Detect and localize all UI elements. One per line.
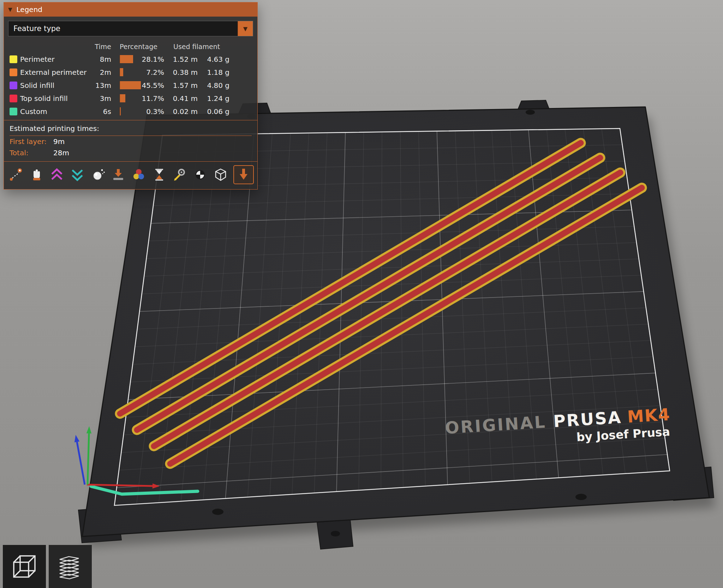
feature-swatch (10, 95, 17, 102)
feature-row[interactable]: Custom 6s 0.3% 0.02 m 0.06 g (10, 105, 252, 118)
feature-label: Custom (20, 107, 88, 116)
first-layer-label: First layer: (10, 137, 53, 146)
pause-prints-icon[interactable] (151, 167, 167, 182)
feature-time: 13m (88, 81, 111, 90)
feature-weight: 0.06 g (198, 107, 229, 116)
custom-gcode-icon[interactable] (172, 167, 187, 182)
legend-toggles-row (4, 162, 257, 189)
feature-percent: 7.2% (146, 68, 164, 77)
feature-bar (120, 94, 125, 102)
feature-percent: 11.7% (142, 94, 164, 103)
feature-row[interactable]: Top solid infill 3m 11.7% 0.41 m 1.24 g (10, 92, 252, 105)
feature-length: 1.52 m (164, 55, 198, 64)
seams-icon[interactable] (90, 167, 106, 182)
first-layer-value: 9m (53, 137, 65, 146)
feature-percent: 0.3% (146, 107, 164, 116)
collapse-caret-icon: ▼ (8, 7, 12, 12)
feature-table: Time Percentage Used filament Perimeter … (4, 41, 257, 120)
feature-weight: 4.80 g (198, 81, 229, 90)
feature-time: 2m (88, 68, 111, 77)
shells-icon[interactable] (213, 167, 228, 182)
total-time-value: 28m (53, 149, 69, 157)
feature-time: 8m (88, 55, 111, 64)
feature-bar (120, 55, 133, 63)
feature-swatch (10, 108, 17, 115)
feature-weight: 1.24 g (198, 94, 229, 103)
feature-length: 0.38 m (164, 68, 198, 77)
feature-table-header: Time Percentage Used filament (10, 41, 252, 53)
feature-weight: 1.18 g (198, 68, 229, 77)
travel-icon[interactable] (8, 167, 24, 182)
legend-header[interactable]: ▼ Legend (4, 2, 257, 17)
feature-swatch (10, 82, 17, 89)
feature-bar (120, 68, 123, 76)
preview-view-button[interactable] (49, 545, 92, 588)
color-changes-icon[interactable] (131, 167, 147, 182)
gcode-preview-stage: ORIGINALPRUSAMK4 by Josef Prusa ▼ Legend… (0, 0, 723, 588)
feature-row[interactable]: Perimeter 8m 28.1% 1.52 m 4.63 g (10, 53, 252, 66)
feature-swatch (10, 55, 17, 63)
cube-icon (10, 552, 39, 581)
feature-length: 0.41 m (164, 94, 198, 103)
feature-label: Perimeter (20, 55, 88, 64)
total-time-label: Total: (10, 149, 53, 157)
feature-bar (120, 107, 121, 115)
tool-marker-toggle[interactable] (233, 165, 254, 184)
total-time-row: Total: 28m (10, 147, 252, 158)
feature-length: 0.02 m (164, 107, 198, 116)
feature-row[interactable]: External perimeter 2m 7.2% 0.38 m 1.18 g (10, 66, 252, 79)
retractions-icon[interactable] (49, 167, 65, 182)
estimated-times-heading: Estimated printing times: (10, 122, 252, 136)
feature-bar (120, 81, 141, 89)
tool-changes-icon[interactable] (110, 167, 126, 182)
dropdown-caret-icon[interactable]: ▼ (238, 21, 253, 36)
legend-title: Legend (17, 5, 42, 14)
feature-weight: 4.63 g (198, 55, 229, 64)
feature-type-dropdown[interactable]: Feature type ▼ (8, 21, 253, 36)
layers-icon (55, 552, 85, 581)
col-time: Time (88, 43, 111, 50)
feature-length: 1.57 m (164, 81, 198, 90)
col-used-filament: Used filament (164, 43, 229, 50)
feature-swatch (10, 68, 17, 76)
feature-percent: 45.5% (142, 81, 164, 90)
feature-row[interactable]: Solid infill 13m 45.5% 1.57 m 4.80 g (10, 79, 252, 92)
estimated-times-section: Estimated printing times: First layer: 9… (4, 120, 257, 161)
feature-label: External perimeter (20, 68, 88, 77)
first-layer-row: First layer: 9m (10, 136, 252, 147)
feature-percent: 28.1% (142, 55, 164, 64)
feature-time: 6s (88, 107, 111, 116)
wipe-icon[interactable] (29, 167, 44, 182)
center-of-gravity-icon[interactable] (192, 167, 208, 182)
legend-panel: ▼ Legend Feature type ▼ Time Percentage … (4, 2, 258, 190)
deretractions-icon[interactable] (70, 167, 85, 182)
feature-label: Solid infill (20, 81, 88, 90)
feature-time: 3m (88, 94, 111, 103)
col-percentage: Percentage (111, 43, 164, 50)
feature-label: Top solid infill (20, 94, 88, 103)
3d-editor-view-button[interactable] (3, 545, 46, 588)
view-mode-toolbar (3, 545, 92, 588)
feature-type-value: Feature type (8, 21, 238, 36)
tool-marker-icon (236, 167, 251, 182)
